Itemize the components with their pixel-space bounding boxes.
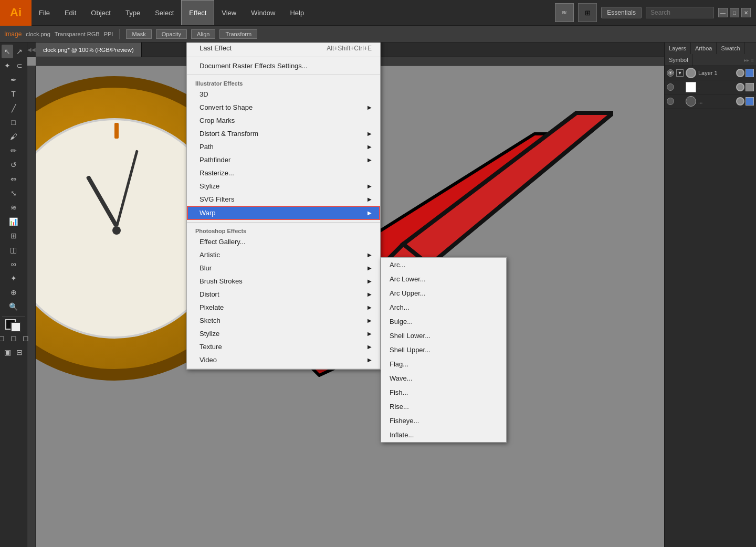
- layer-lock-1[interactable]: ▼: [676, 69, 684, 77]
- layer-item-3[interactable]: ...: [665, 94, 756, 109]
- maximize-button[interactable]: □: [730, 8, 739, 17]
- canvas-tab[interactable]: clock.png* @ 100% (RGB/Preview): [36, 43, 142, 57]
- warp-fish[interactable]: Fish...: [381, 385, 506, 399]
- warp-arc-upper[interactable]: Arc Upper...: [381, 286, 506, 300]
- effect-artistic[interactable]: Artistic ▶: [187, 248, 380, 261]
- pen-tool[interactable]: ✒: [2, 73, 25, 87]
- layer-item-1[interactable]: 👁 ▼ Layer 1: [665, 66, 756, 80]
- layer-item-2[interactable]: .: [665, 80, 756, 94]
- warp-inflate[interactable]: Inflate...: [381, 428, 506, 442]
- zoom-tool[interactable]: 🔍: [2, 300, 25, 313]
- layer-visibility-1[interactable]: 👁: [667, 69, 674, 77]
- effect-distort[interactable]: Distort ▶: [187, 288, 380, 301]
- magic-wand-tool[interactable]: ✦: [2, 59, 13, 72]
- essentials-button[interactable]: Essentials: [601, 7, 642, 18]
- menu-select[interactable]: Select: [148, 0, 181, 25]
- effect-stylize2[interactable]: Stylize ▶: [187, 327, 380, 340]
- warp-shell-lower[interactable]: Shell Lower...: [381, 329, 506, 343]
- effect-path[interactable]: Path ▶: [187, 140, 380, 153]
- menu-effect[interactable]: Effect: [181, 0, 214, 25]
- pencil-tool[interactable]: ✏: [2, 144, 25, 157]
- tab-swatch[interactable]: Swatch: [717, 43, 744, 54]
- effect-warp[interactable]: Warp ▶: [187, 206, 380, 220]
- warp-arc[interactable]: Arc...: [381, 258, 506, 272]
- warp-bulge[interactable]: Bulge...: [381, 314, 506, 329]
- mesh-tool[interactable]: ⊞: [2, 229, 25, 243]
- minimize-button[interactable]: —: [718, 8, 728, 17]
- last-effect[interactable]: Last Effect Alt+Shift+Ctrl+E: [187, 41, 380, 55]
- paintbrush-tool[interactable]: 🖌: [2, 130, 25, 143]
- rotate-tool[interactable]: ↺: [2, 158, 25, 172]
- tab-layers[interactable]: Layers: [665, 43, 691, 54]
- warp-rise[interactable]: Rise...: [381, 399, 506, 414]
- layer-target-3[interactable]: [736, 97, 744, 106]
- inside-mode[interactable]: ◻: [20, 331, 32, 345]
- menu-type[interactable]: Type: [118, 0, 148, 25]
- opacity-button[interactable]: Opacity: [156, 29, 187, 39]
- tab-symbol[interactable]: Symbol: [665, 54, 693, 66]
- menu-edit[interactable]: Edit: [57, 0, 83, 25]
- search-input[interactable]: [646, 7, 714, 18]
- warp-fisheye[interactable]: Fisheye...: [381, 414, 506, 428]
- rect-tool[interactable]: □: [2, 115, 25, 129]
- mirror-tool[interactable]: ⇔: [2, 172, 25, 186]
- effect-pixelate[interactable]: Pixelate ▶: [187, 301, 380, 314]
- layer-visibility-2[interactable]: [667, 83, 674, 91]
- effect-texture[interactable]: Texture ▶: [187, 340, 380, 353]
- warp-tool[interactable]: ≋: [2, 201, 25, 214]
- effect-distort-transform[interactable]: Distort & Transform ▶: [187, 127, 380, 140]
- effect-3d[interactable]: 3D: [187, 88, 380, 101]
- warp-arch[interactable]: Arch...: [381, 300, 506, 314]
- layer-target-1[interactable]: [736, 69, 744, 77]
- layer-color-3[interactable]: [746, 97, 754, 106]
- blend-tool[interactable]: ∞: [2, 257, 25, 271]
- gradient-tool[interactable]: ◫: [2, 243, 25, 257]
- effect-svg-filters[interactable]: SVG Filters ▶: [187, 193, 380, 206]
- behind-mode[interactable]: ◻: [8, 331, 19, 345]
- effect-pathfinder[interactable]: Pathfinder ▶: [187, 153, 380, 166]
- scale-tool[interactable]: ⤡: [2, 186, 25, 200]
- effect-video[interactable]: Video ▶: [187, 353, 380, 366]
- effect-stylize[interactable]: Stylize ▶: [187, 180, 380, 193]
- lasso-tool[interactable]: ⊂: [14, 59, 25, 72]
- warp-flag[interactable]: Flag...: [381, 357, 506, 371]
- normal-screen[interactable]: ▣: [2, 345, 13, 359]
- menu-object[interactable]: Object: [83, 0, 118, 25]
- warp-wave[interactable]: Wave...: [381, 371, 506, 385]
- effect-blur[interactable]: Blur ▶: [187, 261, 380, 275]
- layer-target-2[interactable]: [736, 83, 744, 91]
- full-screen[interactable]: ⊟: [14, 345, 25, 359]
- menu-view[interactable]: View: [214, 0, 244, 25]
- effect-rasterize[interactable]: Rasterize...: [187, 166, 380, 180]
- layer-color-1[interactable]: [746, 69, 754, 77]
- type-tool[interactable]: T: [2, 87, 25, 101]
- effect-brush-strokes[interactable]: Brush Strokes ▶: [187, 275, 380, 288]
- normal-mode[interactable]: ◻: [0, 331, 7, 345]
- menu-file[interactable]: File: [32, 0, 57, 25]
- align-button[interactable]: Align: [191, 29, 215, 39]
- close-button[interactable]: ✕: [741, 8, 751, 17]
- document-raster-settings[interactable]: Document Raster Effects Settings...: [187, 59, 380, 72]
- fill-stroke[interactable]: [2, 317, 25, 331]
- menu-window[interactable]: Window: [244, 0, 282, 25]
- graph-tool[interactable]: 📊: [2, 215, 25, 228]
- image-label[interactable]: Image: [4, 30, 22, 38]
- warp-shell-upper[interactable]: Shell Upper...: [381, 343, 506, 357]
- tab-artboards[interactable]: Artboa: [691, 43, 717, 54]
- workspace-icon[interactable]: ⊞: [578, 3, 597, 22]
- effect-sketch[interactable]: Sketch ▶: [187, 314, 380, 327]
- bridge-icon[interactable]: Br: [555, 3, 574, 22]
- effect-convert-to-shape[interactable]: Convert to Shape ▶: [187, 101, 380, 114]
- eyedropper-tool[interactable]: ✦: [2, 271, 25, 285]
- effect-crop-marks[interactable]: Crop Marks: [187, 114, 380, 127]
- layer-visibility-3[interactable]: [667, 98, 674, 105]
- mask-button[interactable]: Mask: [126, 29, 151, 39]
- measure-tool[interactable]: ⊕: [2, 286, 25, 299]
- effect-gallery[interactable]: Effect Gallery...: [187, 235, 380, 248]
- menu-help[interactable]: Help: [282, 0, 311, 25]
- select-tool[interactable]: ↖: [2, 45, 13, 58]
- line-tool[interactable]: ╱: [2, 101, 25, 115]
- panel-collapse-left[interactable]: ◀◀: [27, 43, 36, 57]
- transform-button[interactable]: Transform: [219, 29, 257, 39]
- direct-select-tool[interactable]: ↗: [14, 45, 25, 58]
